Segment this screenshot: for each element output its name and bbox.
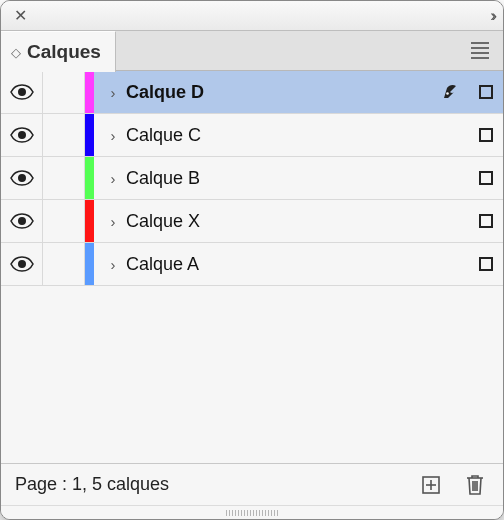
layer-row: ›Calque D <box>1 71 503 114</box>
visibility-toggle[interactable] <box>1 157 43 199</box>
selection-target-box[interactable] <box>479 128 493 142</box>
layer-name: Calque B <box>126 168 200 189</box>
visibility-toggle[interactable] <box>1 200 43 242</box>
layers-panel-window: ✕ ›› ◇ Calques ›Calque D›Calque C›Calque… <box>0 0 504 520</box>
svg-point-3 <box>18 175 24 181</box>
close-icon[interactable]: ✕ <box>11 6 29 25</box>
lock-toggle[interactable] <box>43 114 85 156</box>
panel-titlebar: ✕ ›› <box>1 1 503 31</box>
lock-toggle[interactable] <box>43 200 85 242</box>
sort-icon: ◇ <box>11 46 21 59</box>
layer-row: ›Calque A <box>1 243 503 286</box>
eye-icon <box>10 256 34 272</box>
chevron-right-icon[interactable]: › <box>108 213 118 230</box>
layer-row-main[interactable]: ›Calque C <box>94 114 503 156</box>
svg-point-4 <box>18 218 24 224</box>
visibility-toggle[interactable] <box>1 114 43 156</box>
layer-list: ›Calque D›Calque C›Calque B›Calque X›Cal… <box>1 71 503 463</box>
lock-toggle[interactable] <box>43 71 85 113</box>
eye-icon <box>10 170 34 186</box>
svg-point-1 <box>446 92 449 95</box>
tab-label: Calques <box>27 41 101 63</box>
panel-tabbar: ◇ Calques <box>1 31 503 71</box>
tab-layers[interactable]: ◇ Calques <box>1 31 116 72</box>
svg-point-0 <box>18 89 24 95</box>
layer-name: Calque D <box>126 82 204 103</box>
layer-color-swatch <box>85 157 94 199</box>
chevron-right-icon[interactable]: › <box>108 84 118 101</box>
trash-icon <box>465 474 485 496</box>
layer-name: Calque X <box>126 211 200 232</box>
layer-row-main[interactable]: ›Calque X <box>94 200 503 242</box>
selection-target-box[interactable] <box>479 85 493 99</box>
visibility-toggle[interactable] <box>1 71 43 113</box>
layer-row-main[interactable]: ›Calque A <box>94 243 503 285</box>
layer-row: ›Calque X <box>1 200 503 243</box>
layer-row-main[interactable]: ›Calque B <box>94 157 503 199</box>
panel-menu-button[interactable] <box>457 31 503 70</box>
menu-icon <box>471 42 489 59</box>
panel-footer: Page : 1, 5 calques <box>1 463 503 505</box>
delete-layer-button[interactable] <box>461 471 489 499</box>
layer-row: ›Calque C <box>1 114 503 157</box>
new-layer-icon <box>421 475 441 495</box>
layer-color-swatch <box>85 71 94 113</box>
layer-row-main[interactable]: ›Calque D <box>94 71 503 113</box>
layer-name: Calque C <box>126 125 201 146</box>
eye-icon <box>10 213 34 229</box>
layer-color-swatch <box>85 114 94 156</box>
resize-grip[interactable] <box>1 505 503 519</box>
layer-row: ›Calque B <box>1 157 503 200</box>
eye-icon <box>10 127 34 143</box>
lock-toggle[interactable] <box>43 243 85 285</box>
selection-target-box[interactable] <box>479 214 493 228</box>
pen-icon <box>441 79 463 105</box>
layer-color-swatch <box>85 200 94 242</box>
status-text: Page : 1, 5 calques <box>15 474 169 495</box>
svg-point-5 <box>18 261 24 267</box>
eye-icon <box>10 84 34 100</box>
new-layer-button[interactable] <box>417 471 445 499</box>
svg-point-2 <box>18 132 24 138</box>
chevron-right-icon[interactable]: › <box>108 256 118 273</box>
lock-toggle[interactable] <box>43 157 85 199</box>
chevron-right-icon[interactable]: › <box>108 127 118 144</box>
visibility-toggle[interactable] <box>1 243 43 285</box>
chevron-right-icon[interactable]: › <box>108 170 118 187</box>
layer-color-swatch <box>85 243 94 285</box>
layer-name: Calque A <box>126 254 199 275</box>
selection-target-box[interactable] <box>479 171 493 185</box>
selection-target-box[interactable] <box>479 257 493 271</box>
collapse-panel-icon[interactable]: ›› <box>490 7 493 25</box>
